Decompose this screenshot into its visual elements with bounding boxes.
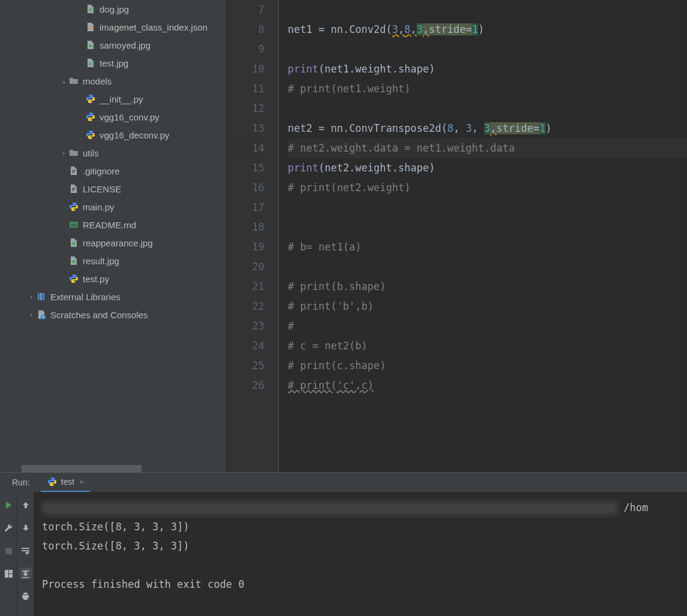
tree-item-label: test.py: [83, 274, 109, 284]
tree-item-label: External Libraries: [50, 292, 120, 302]
code-line[interactable]: #: [288, 316, 687, 336]
tree-item-label: test.jpg: [100, 58, 128, 68]
code-line[interactable]: # print(net2.weight): [288, 178, 687, 198]
console-output[interactable]: /homtorch.Size([8, 3, 3, 3])torch.Size([…: [34, 492, 687, 616]
line-number[interactable]: 8: [225, 20, 264, 40]
tree-item[interactable]: ⌄models: [11, 72, 225, 90]
print-icon[interactable]: [20, 590, 32, 602]
tree-item[interactable]: dog.jpg: [11, 0, 225, 18]
tree-item[interactable]: samoyed.jpg: [11, 36, 225, 54]
line-number[interactable]: 24: [225, 336, 264, 356]
svg-rect-23: [5, 548, 12, 554]
line-number[interactable]: 13: [225, 119, 264, 138]
line-number[interactable]: 22: [225, 297, 264, 316]
line-number[interactable]: 7: [225, 0, 264, 20]
code-line[interactable]: # print(c.shape): [288, 356, 687, 376]
svg-rect-14: [72, 260, 76, 263]
code-line[interactable]: [288, 0, 687, 20]
tree-item[interactable]: test.jpg: [11, 54, 225, 72]
line-number[interactable]: 25: [225, 356, 264, 376]
tree-item-label: utils: [83, 148, 99, 158]
code-line[interactable]: [288, 99, 687, 119]
line-number[interactable]: 9: [225, 40, 264, 59]
line-number[interactable]: 17: [225, 198, 264, 218]
code-editor[interactable]: 7891011121314151617181920212223242526 ne…: [225, 0, 687, 472]
tree-item-label: imagenet_class_index.json: [100, 22, 207, 32]
tree-item-label: README.md: [83, 220, 136, 230]
tree-item[interactable]: result.jpg: [11, 252, 225, 270]
tree-item[interactable]: reappearance.jpg: [11, 234, 225, 252]
tree-item[interactable]: main.py: [11, 198, 225, 216]
editor-gutter[interactable]: 7891011121314151617181920212223242526: [225, 0, 278, 472]
line-number[interactable]: 23: [225, 316, 264, 336]
line-number[interactable]: 21: [225, 277, 264, 297]
tree-item[interactable]: imagenet_class_index.json: [11, 18, 225, 36]
soft-wrap-icon[interactable]: [20, 545, 32, 557]
tree-item-label: models: [83, 76, 112, 86]
code-line[interactable]: net1 = nn.Conv2d(3,8,3,stride=1): [288, 20, 687, 40]
code-line[interactable]: # b= net1(a): [288, 237, 687, 257]
run-play-button[interactable]: [2, 499, 14, 511]
code-line[interactable]: # print('b',b): [288, 297, 687, 316]
code-line[interactable]: # print('c',c): [288, 376, 687, 395]
code-area[interactable]: net1 = nn.Conv2d(3,8,3,stride=1) print(n…: [283, 0, 687, 472]
left-tool-rail[interactable]: [0, 0, 11, 472]
tree-item[interactable]: LICENSE: [11, 180, 225, 198]
tree-item-label: reappearance.jpg: [83, 238, 153, 248]
arrow-down-icon[interactable]: [20, 522, 32, 534]
tree-item[interactable]: test.py: [11, 270, 225, 288]
chevron-right-icon: ›: [26, 311, 36, 318]
project-tree-panel[interactable]: dog.jpgimagenet_class_index.jsonsamoyed.…: [11, 0, 225, 472]
code-line[interactable]: # print(net1.weight): [288, 79, 687, 99]
tree-item[interactable]: .gitignore: [11, 162, 225, 180]
code-line[interactable]: # net2.weight.data = net1.weight.data: [288, 138, 687, 158]
md-icon: MD: [68, 219, 79, 230]
code-line[interactable]: [288, 198, 687, 218]
tree-item[interactable]: vgg16_conv.py: [11, 108, 225, 126]
tree-item[interactable]: __init__.py: [11, 90, 225, 108]
tree-item[interactable]: vgg16_deconv.py: [11, 126, 225, 144]
line-number[interactable]: 11: [225, 79, 264, 99]
line-number[interactable]: 19: [225, 237, 264, 257]
code-line[interactable]: [288, 257, 687, 277]
arrow-up-icon[interactable]: [20, 499, 32, 511]
line-number[interactable]: 16: [225, 178, 264, 198]
line-number[interactable]: 26: [225, 376, 264, 395]
code-line[interactable]: [288, 40, 687, 59]
svg-point-15: [72, 275, 73, 276]
line-number[interactable]: 12: [225, 99, 264, 119]
json-icon: [85, 22, 96, 32]
tree-item[interactable]: MDREADME.md: [11, 216, 225, 234]
code-line[interactable]: net2 = nn.ConvTranspose2d(8, 3, 3,stride…: [288, 119, 687, 138]
console-line: [42, 555, 687, 575]
line-number[interactable]: 15: [225, 158, 264, 178]
tree-item-label: Scratches and Consoles: [50, 310, 148, 320]
folder-icon: [68, 76, 79, 86]
code-line[interactable]: print(net1.weight.shape): [288, 59, 687, 79]
code-line[interactable]: print(net2.weight.shape): [288, 158, 687, 178]
svg-rect-0: [89, 8, 92, 11]
line-number[interactable]: 10: [225, 59, 264, 79]
svg-rect-13: [72, 242, 76, 245]
line-number[interactable]: 14: [225, 138, 264, 158]
tree-item[interactable]: ›External Libraries: [11, 288, 225, 306]
tree-item[interactable]: ›utils: [11, 144, 225, 162]
lib-icon: [36, 291, 47, 302]
code-line[interactable]: # print(b.shape): [288, 277, 687, 297]
tree-item-label: samoyed.jpg: [100, 40, 150, 50]
stop-button[interactable]: [2, 545, 14, 557]
code-line[interactable]: [288, 218, 687, 237]
sidebar-scrollbar[interactable]: [22, 465, 141, 472]
run-tab[interactable]: test ×: [41, 473, 90, 492]
wrench-icon[interactable]: [2, 522, 14, 534]
line-number[interactable]: 18: [225, 218, 264, 237]
line-number[interactable]: 20: [225, 257, 264, 277]
scroll-to-end-icon[interactable]: [20, 567, 32, 579]
code-line[interactable]: # c = net2(b): [288, 336, 687, 356]
txt-icon: [68, 183, 79, 194]
svg-point-4: [91, 101, 92, 102]
layout-icon[interactable]: [2, 567, 14, 579]
tree-item[interactable]: ›Scratches and Consoles: [11, 306, 225, 324]
close-icon[interactable]: ×: [79, 478, 84, 487]
tree-item-label: result.jpg: [83, 256, 119, 266]
